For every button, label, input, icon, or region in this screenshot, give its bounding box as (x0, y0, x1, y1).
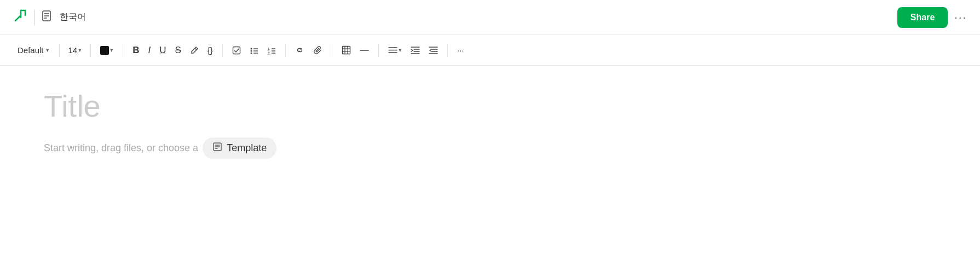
editor-placeholder-row: Start writing, drag files, or choose a T… (44, 138, 936, 159)
template-icon (212, 142, 222, 154)
attachment-button[interactable] (309, 43, 326, 58)
align-chevron-icon: ▾ (399, 47, 402, 54)
font-family-chevron-icon: ▾ (46, 47, 49, 54)
insert-group (338, 43, 373, 58)
editor-toolbar: Default ▾ 14 ▾ ▾ B I U S {} (0, 35, 980, 66)
toolbar-sep-6 (332, 44, 332, 57)
bold-button[interactable]: B (129, 42, 143, 59)
toolbar-sep-5 (285, 44, 286, 57)
align-icon (388, 45, 397, 55)
more-options-button[interactable]: ··· (954, 11, 967, 24)
toolbar-sep-4 (222, 44, 223, 57)
color-swatch (100, 46, 109, 55)
toolbar-more-button[interactable]: ··· (453, 43, 468, 58)
toolbar-sep-2 (90, 44, 91, 57)
nav-divider (34, 10, 34, 25)
outdent-icon (429, 45, 438, 55)
toolbar-sep-8 (447, 44, 448, 57)
font-family-label: Default (18, 45, 44, 55)
nav-right: Share ··· (897, 7, 967, 28)
indent-button[interactable] (407, 43, 424, 58)
numbered-list-icon: 1. 2. 3. (267, 46, 276, 55)
logo-icon (13, 9, 27, 26)
document-title: 한국어 (60, 12, 86, 23)
highlight-icon (190, 46, 199, 55)
svg-rect-22 (342, 47, 350, 54)
text-color-button[interactable]: ▾ (96, 43, 117, 58)
svg-rect-9 (233, 47, 240, 54)
strikethrough-button[interactable]: S (171, 42, 185, 59)
font-family-selector[interactable]: Default ▾ (13, 43, 54, 57)
attachment-icon (313, 45, 322, 55)
svg-point-11 (250, 50, 252, 51)
more-dots-icon: ··· (954, 11, 967, 23)
table-button[interactable] (338, 43, 355, 58)
align-button[interactable]: ▾ (384, 43, 406, 58)
bullet-list-button[interactable] (246, 43, 262, 58)
checkbox-icon (232, 46, 241, 55)
editor-area: Title Start writing, drag files, or choo… (0, 66, 980, 181)
font-family-group: Default ▾ (13, 43, 54, 57)
svg-text:3.: 3. (268, 52, 270, 55)
toolbar-sep-1 (59, 44, 60, 57)
indent-icon (411, 45, 420, 55)
block-format-group: 1. 2. 3. (228, 43, 280, 58)
text-format-group: B I U S {} (129, 42, 217, 59)
editor-body-placeholder: Start writing, drag files, or choose a (44, 142, 198, 154)
template-label: Template (227, 142, 267, 154)
checkbox-button[interactable] (228, 43, 245, 58)
toolbar-more-dots-icon: ··· (457, 45, 464, 55)
share-button[interactable]: Share (897, 7, 948, 28)
link-group (291, 43, 326, 58)
toolbar-sep-7 (378, 44, 379, 57)
nav-left: 한국어 (13, 9, 86, 26)
table-icon (342, 45, 351, 55)
color-chevron-icon: ▾ (110, 47, 113, 54)
underline-button[interactable]: U (155, 42, 170, 59)
font-size-label: 14 (68, 45, 78, 55)
svg-point-10 (250, 48, 252, 49)
document-icon (41, 10, 53, 25)
color-group: ▾ (96, 43, 117, 58)
template-button[interactable]: Template (203, 138, 276, 159)
svg-point-12 (250, 52, 252, 54)
svg-line-8 (195, 48, 197, 50)
code-button[interactable]: {} (204, 43, 217, 58)
bullet-list-icon (250, 46, 258, 55)
toolbar-sep-3 (123, 44, 123, 57)
font-size-group: 14 ▾ (65, 43, 85, 57)
divider-icon (360, 48, 369, 53)
outdent-button[interactable] (425, 43, 442, 58)
font-size-selector[interactable]: 14 ▾ (65, 43, 85, 57)
alignment-group: ▾ (384, 43, 442, 58)
more-group: ··· (453, 43, 468, 58)
editor-title-placeholder[interactable]: Title (44, 88, 936, 124)
link-button[interactable] (291, 43, 308, 58)
divider-button[interactable] (356, 45, 373, 56)
link-icon (295, 45, 304, 55)
highlight-button[interactable] (186, 43, 203, 58)
svg-line-3 (15, 15, 21, 21)
font-size-chevron-icon: ▾ (78, 47, 82, 54)
italic-button[interactable]: I (145, 42, 155, 59)
top-nav: 한국어 Share ··· (0, 0, 980, 35)
numbered-list-button[interactable]: 1. 2. 3. (263, 43, 280, 58)
